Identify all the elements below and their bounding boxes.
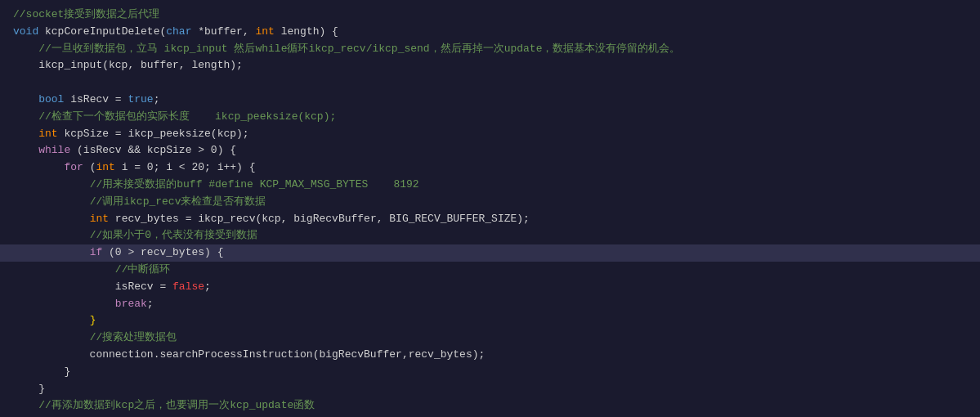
code-line-6: bool isRecv = true ; <box>0 92 980 109</box>
code-line-8: int kcpSize = ikcp_peeksize(kcp); <box>0 126 980 143</box>
code-line-18: break ; <box>0 296 980 313</box>
code-line-24: //再添加数据到kcp之后，也要调用一次kcp_update函数 <box>0 397 980 415</box>
code-line-23: } <box>0 381 980 398</box>
code-line-3: //一旦收到数据包，立马 ikcp_input 然后while循环ikcp_re… <box>0 41 980 58</box>
code-line-19: } <box>0 312 980 330</box>
code-line-16: //中断循环 <box>0 262 980 279</box>
code-line-1: //socket接受到数据之后代理 <box>0 7 980 24</box>
code-line-2: void kcpCoreInputDelete( char *buffer, i… <box>0 24 980 41</box>
code-line-4: ikcp_input(kcp, buffer, length); <box>0 57 980 74</box>
code-line-15: if (0 > recv_bytes) { <box>0 244 980 262</box>
code-line-14: //如果小于0，代表没有接受到数据 <box>0 227 980 244</box>
code-line-13: int recv_bytes = ikcp_recv(kcp, bigRecvB… <box>0 211 980 228</box>
code-line-7: //检查下一个数据包的实际长度 ikcp_peeksize(kcp); <box>0 109 980 126</box>
code-line-10: for ( int i = 0; i < 20; i++) { <box>0 159 980 177</box>
code-editor: //socket接受到数据之后代理 void kcpCoreInputDelet… <box>0 0 980 417</box>
code-line-17: isRecv = false ; <box>0 279 980 296</box>
code-line-21: connection.searchProcessInstruction(bigR… <box>0 347 980 364</box>
code-line-9: while (isRecv && kcpSize > 0) { <box>0 142 980 159</box>
code-line-12: //调用ikcp_recv来检查是否有数据 <box>0 194 980 211</box>
code-line-20: //搜索处理数据包 <box>0 330 980 347</box>
code-line-5 <box>0 74 980 92</box>
code-line-22: } <box>0 364 980 381</box>
code-line-11: //用来接受数据的buff #define KCP_MAX_MSG_BYTES … <box>0 177 980 194</box>
